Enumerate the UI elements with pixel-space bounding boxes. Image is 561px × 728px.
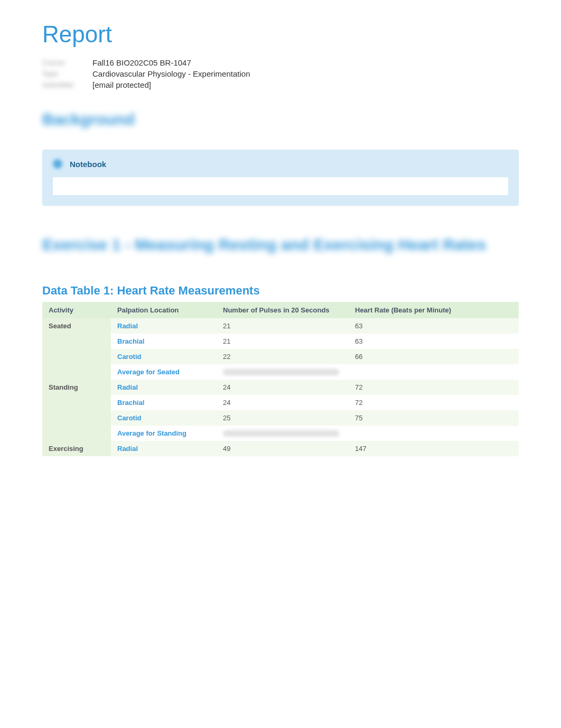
cell-pulses: 21 xyxy=(217,334,349,349)
th-palpation: Palpation Location xyxy=(111,302,217,318)
cell-palpation: Average for Seated xyxy=(111,364,217,380)
chevron-icon xyxy=(53,159,62,169)
cell-activity: Seated xyxy=(42,318,111,334)
cell-palpation: Radial xyxy=(111,441,217,456)
notebook-input[interactable] xyxy=(53,177,508,195)
table-row: StandingRadial2472 xyxy=(42,380,519,395)
cell-rate: 147 xyxy=(349,441,519,456)
cell-palpation: Brachial xyxy=(111,395,217,410)
cell-palpation: Carotid xyxy=(111,349,217,364)
cell-palpation: Radial xyxy=(111,380,217,395)
cell-rate: 75 xyxy=(349,410,519,426)
cell-activity xyxy=(42,334,111,349)
table-title: Data Table 1: Heart Rate Measurements xyxy=(42,284,519,298)
th-rate: Heart Rate (Beats per Minute) xyxy=(349,302,519,318)
table-row: Average for Standing xyxy=(42,426,519,441)
cell-pulses: 21 xyxy=(217,318,349,334)
meta-value-course: Fall16 BIO202C05 BR-1047 xyxy=(92,58,191,67)
meta-label: Topic xyxy=(42,70,92,78)
cell-pulses xyxy=(217,426,349,441)
cell-pulses: 49 xyxy=(217,441,349,456)
cell-palpation: Carotid xyxy=(111,410,217,426)
cell-rate: 66 xyxy=(349,349,519,364)
cell-rate: 63 xyxy=(349,334,519,349)
table-header-row: Activity Palpation Location Number of Pu… xyxy=(42,302,519,318)
cell-palpation: Average for Standing xyxy=(111,426,217,441)
meta-label: Submitted xyxy=(42,81,92,89)
table-row: Carotid2575 xyxy=(42,410,519,426)
cell-rate xyxy=(349,364,519,380)
background-heading: Background xyxy=(42,110,519,128)
cell-activity: Exercising xyxy=(42,441,111,456)
notebook-header[interactable]: Notebook xyxy=(53,159,508,169)
table-row: Brachial2472 xyxy=(42,395,519,410)
table-row: SeatedRadial2163 xyxy=(42,318,519,334)
table-row: ExercisingRadial49147 xyxy=(42,441,519,456)
meta-row-topic: Topic Cardiovascular Physiology - Experi… xyxy=(42,69,519,78)
cell-activity xyxy=(42,364,111,380)
cell-activity xyxy=(42,349,111,364)
meta-row-email: Submitted [email protected] xyxy=(42,80,519,89)
cell-rate xyxy=(349,426,519,441)
th-pulses: Number of Pulses in 20 Seconds xyxy=(217,302,349,318)
notebook-label: Notebook xyxy=(70,160,106,169)
table-row: Average for Seated xyxy=(42,364,519,380)
cell-rate: 72 xyxy=(349,395,519,410)
heart-rate-table: Activity Palpation Location Number of Pu… xyxy=(42,302,519,456)
cell-activity xyxy=(42,410,111,426)
cell-pulses: 24 xyxy=(217,380,349,395)
cell-palpation: Radial xyxy=(111,318,217,334)
cell-rate: 63 xyxy=(349,318,519,334)
meta-row-course: Course Fall16 BIO202C05 BR-1047 xyxy=(42,58,519,67)
cell-palpation: Brachial xyxy=(111,334,217,349)
table-row: Brachial2163 xyxy=(42,334,519,349)
exercise-heading: Exercise 1 - Measuring Resting and Exerc… xyxy=(42,232,519,257)
cell-activity: Standing xyxy=(42,380,111,395)
th-activity: Activity xyxy=(42,302,111,318)
meta-block: Course Fall16 BIO202C05 BR-1047 Topic Ca… xyxy=(42,58,519,89)
cell-pulses: 25 xyxy=(217,410,349,426)
cell-pulses xyxy=(217,364,349,380)
cell-pulses: 24 xyxy=(217,395,349,410)
page-title: Report xyxy=(42,21,519,48)
cell-rate: 72 xyxy=(349,380,519,395)
cell-pulses: 22 xyxy=(217,349,349,364)
meta-value-topic: Cardiovascular Physiology - Experimentat… xyxy=(92,69,250,78)
table-row: Carotid2266 xyxy=(42,349,519,364)
cell-activity xyxy=(42,426,111,441)
notebook-panel: Notebook xyxy=(42,150,519,206)
meta-value-email: [email protected] xyxy=(92,80,151,89)
cell-activity xyxy=(42,395,111,410)
meta-label: Course xyxy=(42,59,92,67)
